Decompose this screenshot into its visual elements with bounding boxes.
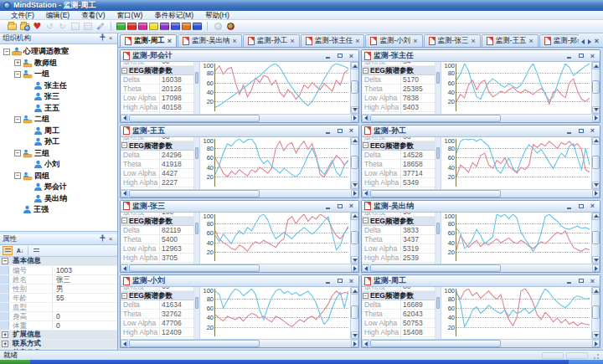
collapse-icon[interactable]: − [14, 172, 21, 179]
marker-color-swatch[interactable] [182, 23, 191, 30]
marker-color-swatch[interactable] [116, 23, 126, 30]
table-scrollbar[interactable] [436, 137, 441, 189]
scroll-down-icon[interactable] [592, 106, 600, 114]
tab-监测-小刘[interactable]: 监测-小刘× [365, 34, 422, 47]
scroll-left-icon[interactable] [362, 115, 369, 122]
restore-button[interactable] [576, 202, 585, 210]
tab-监测-吴出纳[interactable]: 监测-吴出纳× [178, 34, 242, 47]
open-folder-icon[interactable] [7, 22, 18, 32]
categorized-icon[interactable] [3, 246, 13, 255]
table-scrollbar[interactable] [194, 213, 200, 264]
tab-close-icon[interactable]: × [413, 38, 417, 45]
close-button[interactable]: × [347, 202, 356, 210]
pin-icon[interactable] [98, 234, 106, 245]
scrollbar-thumb[interactable] [129, 115, 260, 122]
tab-监测-张主任[interactable]: 监测-张主任× [301, 34, 365, 47]
tab-close-icon[interactable]: × [291, 38, 295, 45]
horizontal-scrollbar[interactable] [121, 114, 358, 122]
scroll-right-icon[interactable] [351, 115, 358, 122]
scroll-left-icon[interactable] [121, 340, 128, 347]
menu-item[interactable]: 窗口(W) [111, 11, 149, 20]
scroll-up-icon[interactable] [592, 287, 600, 295]
collapse-icon[interactable]: − [363, 142, 368, 148]
restore-button[interactable] [576, 277, 585, 285]
close-icon[interactable]: × [106, 234, 115, 244]
restore-button[interactable] [576, 52, 585, 60]
tab-监测-周工[interactable]: 监测-周工× [120, 34, 177, 47]
eeg-section-header[interactable]: −EEG频谱参数 [362, 141, 435, 151]
collapse-icon[interactable]: − [14, 150, 21, 156]
tree-node-一组[interactable]: −一组 [2, 69, 117, 80]
scrollbar-thumb[interactable] [129, 264, 260, 272]
close-tab-icon[interactable]: × [595, 38, 599, 45]
tree-node-小刘[interactable]: 小刘 [2, 159, 117, 171]
minimize-button[interactable] [323, 202, 332, 210]
restore-button[interactable] [335, 52, 344, 60]
minimize-button[interactable] [323, 52, 332, 60]
scrollbar-thumb[interactable] [370, 115, 501, 122]
eeg-section-header[interactable]: −EEG频谱参数 [362, 66, 435, 75]
tree-node-四组[interactable]: −四组 [2, 171, 117, 182]
scrollbar-thumb[interactable] [436, 223, 440, 234]
tree-node-张三[interactable]: 张三 [2, 91, 117, 103]
scrollbar-thumb[interactable] [129, 340, 260, 347]
close-icon[interactable]: × [106, 33, 115, 44]
scrollbar-thumb[interactable] [195, 72, 198, 84]
collapse-icon[interactable]: − [363, 68, 368, 74]
start-button-sliver[interactable] [0, 360, 30, 364]
horizontal-scrollbar[interactable] [362, 189, 600, 197]
pin-icon[interactable] [98, 33, 106, 44]
table-scrollbar[interactable] [194, 137, 200, 189]
marker-color-swatch[interactable] [160, 23, 169, 30]
close-button[interactable]: × [588, 126, 597, 135]
favorites-heart-icon[interactable]: ♥ [32, 22, 43, 32]
collapse-icon[interactable]: − [121, 142, 127, 148]
minimize-button[interactable] [564, 202, 574, 210]
vertical-scrollbar[interactable] [591, 137, 600, 189]
scrollbar-thumb[interactable] [351, 156, 358, 169]
panel-titlebar[interactable]: 监测-张三× [121, 201, 358, 213]
scroll-down-icon[interactable] [592, 331, 600, 339]
scroll-up-icon[interactable] [592, 213, 600, 220]
tab-close-icon[interactable]: × [471, 38, 475, 45]
collapse-icon[interactable]: − [121, 293, 127, 299]
tree-node-二组[interactable]: −二组 [2, 114, 117, 126]
scroll-right-icon[interactable] [592, 190, 600, 197]
scrollbar-thumb[interactable] [436, 72, 440, 84]
scroll-up-icon[interactable] [351, 213, 358, 220]
resize-grip[interactable] [591, 351, 600, 360]
horizontal-scrollbar[interactable] [121, 264, 358, 272]
wrench-icon[interactable] [95, 22, 106, 32]
horizontal-scrollbar[interactable] [362, 264, 600, 272]
scroll-up-icon[interactable] [592, 137, 600, 145]
minimize-button[interactable] [323, 277, 332, 285]
close-button[interactable]: × [347, 52, 356, 60]
property-value[interactable]: 1003 [53, 266, 117, 274]
scroll-left-icon[interactable] [121, 190, 128, 197]
minimize-button[interactable] [564, 126, 574, 135]
collapse-icon[interactable]: − [14, 71, 21, 78]
scroll-right-icon[interactable] [351, 190, 358, 197]
horizontal-scrollbar[interactable] [362, 114, 600, 122]
eeg-section-header[interactable]: −EEG频谱参数 [362, 217, 435, 226]
expand-icon[interactable]: + [2, 331, 8, 338]
menu-item[interactable]: 查看(V) [75, 11, 111, 20]
scroll-up-icon[interactable] [592, 62, 600, 69]
collapse-icon[interactable]: − [363, 218, 368, 223]
marker-color-swatch[interactable] [193, 23, 202, 30]
collapse-icon[interactable]: − [2, 258, 8, 264]
scrollbar-thumb[interactable] [351, 80, 358, 94]
scrollbar-thumb[interactable] [592, 156, 600, 169]
scroll-left-icon[interactable] [362, 340, 369, 347]
tree-node-张主任[interactable]: 张主任 [2, 80, 117, 92]
scroll-down-icon[interactable] [592, 256, 600, 264]
restore-button[interactable] [576, 126, 585, 135]
sort-alpha-icon[interactable]: A↓ [15, 246, 25, 255]
scroll-left-icon[interactable] [121, 115, 128, 122]
tree-node-王强[interactable]: 王强 [2, 204, 117, 216]
horizontal-scrollbar[interactable] [121, 189, 358, 197]
scrollbar-thumb[interactable] [370, 190, 501, 197]
scroll-down-icon[interactable] [351, 256, 358, 264]
scroll-right-icon[interactable] [351, 264, 358, 272]
scrollbar-thumb[interactable] [370, 264, 501, 272]
